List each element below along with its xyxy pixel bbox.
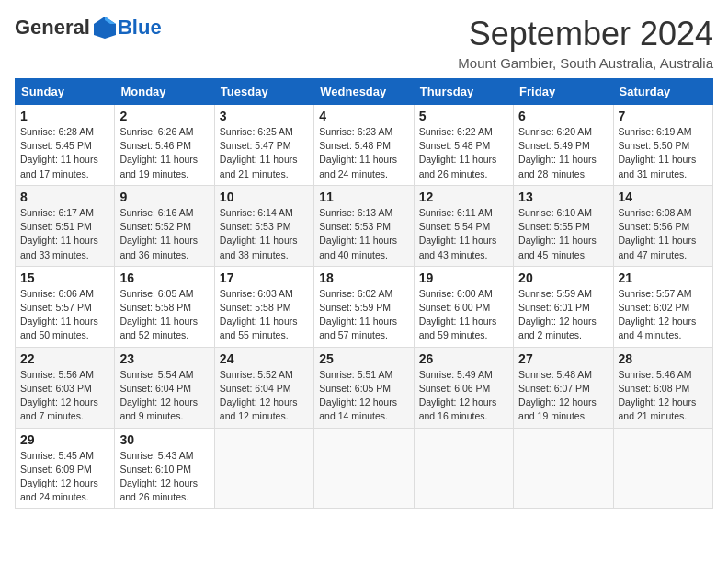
day-number: 16: [119, 270, 209, 285]
calendar-cell: [214, 428, 313, 509]
day-info: Sunrise: 6:13 AMSunset: 5:53 PMDaylight:…: [319, 206, 408, 262]
calendar-header: SundayMondayTuesdayWednesdayThursdayFrid…: [16, 79, 713, 105]
calendar-cell: 20Sunrise: 5:59 AMSunset: 6:01 PMDayligh…: [514, 266, 613, 347]
calendar-cell: 28Sunrise: 5:46 AMSunset: 6:08 PMDayligh…: [613, 347, 712, 428]
calendar-week-1: 1Sunrise: 6:28 AMSunset: 5:45 PMDaylight…: [16, 105, 713, 186]
day-info: Sunrise: 5:51 AMSunset: 6:05 PMDaylight:…: [319, 368, 408, 424]
day-info: Sunrise: 6:02 AMSunset: 5:59 PMDaylight:…: [319, 287, 408, 343]
day-number: 23: [119, 351, 209, 366]
day-number: 2: [119, 109, 209, 123]
day-number: 30: [119, 432, 209, 447]
day-info: Sunrise: 6:28 AMSunset: 5:45 PMDaylight:…: [20, 125, 109, 181]
calendar-cell: 13Sunrise: 6:10 AMSunset: 5:55 PMDayligh…: [514, 185, 613, 266]
calendar-cell: 9Sunrise: 6:16 AMSunset: 5:52 PMDaylight…: [115, 185, 214, 266]
calendar-cell: 16Sunrise: 6:05 AMSunset: 5:58 PMDayligh…: [115, 266, 214, 347]
calendar-cell: 7Sunrise: 6:19 AMSunset: 5:50 PMDaylight…: [613, 105, 712, 186]
day-info: Sunrise: 5:46 AMSunset: 6:08 PMDaylight:…: [619, 368, 708, 424]
day-number: 17: [220, 270, 309, 285]
day-info: Sunrise: 5:52 AMSunset: 6:04 PMDaylight:…: [220, 368, 309, 424]
day-number: 21: [619, 270, 708, 285]
calendar-week-5: 29Sunrise: 5:45 AMSunset: 6:09 PMDayligh…: [16, 428, 713, 509]
day-info: Sunrise: 6:06 AMSunset: 5:57 PMDaylight:…: [20, 287, 109, 343]
weekday-header-friday: Friday: [514, 79, 613, 105]
day-number: 6: [518, 109, 608, 123]
day-info: Sunrise: 6:00 AMSunset: 6:00 PMDaylight:…: [419, 287, 508, 343]
logo-general-text: General: [15, 16, 90, 40]
day-info: Sunrise: 6:11 AMSunset: 5:54 PMDaylight:…: [419, 206, 508, 262]
day-info: Sunrise: 5:45 AMSunset: 6:09 PMDaylight:…: [20, 449, 109, 505]
page-header: General Blue September 2024 Mount Gambie…: [15, 15, 713, 71]
day-number: 20: [518, 270, 608, 285]
logo-icon: [92, 15, 118, 40]
day-info: Sunrise: 5:56 AMSunset: 6:03 PMDaylight:…: [20, 368, 109, 424]
day-number: 19: [419, 270, 508, 285]
calendar-body: 1Sunrise: 6:28 AMSunset: 5:45 PMDaylight…: [16, 105, 713, 509]
calendar-cell: 1Sunrise: 6:28 AMSunset: 5:45 PMDaylight…: [16, 105, 115, 186]
day-number: 11: [319, 190, 408, 204]
day-info: Sunrise: 6:23 AMSunset: 5:48 PMDaylight:…: [319, 125, 408, 181]
day-number: 13: [518, 190, 608, 204]
calendar-table: SundayMondayTuesdayWednesdayThursdayFrid…: [15, 78, 713, 509]
day-number: 1: [20, 109, 109, 123]
day-info: Sunrise: 6:08 AMSunset: 5:56 PMDaylight:…: [619, 206, 708, 262]
day-info: Sunrise: 6:22 AMSunset: 5:48 PMDaylight:…: [419, 125, 508, 181]
day-number: 22: [20, 351, 109, 366]
calendar-cell: 15Sunrise: 6:06 AMSunset: 5:57 PMDayligh…: [16, 266, 115, 347]
day-number: 29: [20, 432, 109, 447]
day-info: Sunrise: 6:16 AMSunset: 5:52 PMDaylight:…: [119, 206, 209, 262]
month-title: September 2024: [458, 15, 713, 53]
day-info: Sunrise: 6:05 AMSunset: 5:58 PMDaylight:…: [119, 287, 209, 343]
weekday-header-row: SundayMondayTuesdayWednesdayThursdayFrid…: [16, 79, 713, 105]
day-info: Sunrise: 6:14 AMSunset: 5:53 PMDaylight:…: [220, 206, 309, 262]
calendar-cell: 11Sunrise: 6:13 AMSunset: 5:53 PMDayligh…: [314, 185, 414, 266]
calendar-cell: 23Sunrise: 5:54 AMSunset: 6:04 PMDayligh…: [115, 347, 214, 428]
day-info: Sunrise: 6:03 AMSunset: 5:58 PMDaylight:…: [220, 287, 309, 343]
calendar-cell: 24Sunrise: 5:52 AMSunset: 6:04 PMDayligh…: [214, 347, 313, 428]
day-info: Sunrise: 6:26 AMSunset: 5:46 PMDaylight:…: [119, 125, 209, 181]
calendar-week-3: 15Sunrise: 6:06 AMSunset: 5:57 PMDayligh…: [16, 266, 713, 347]
day-number: 12: [419, 190, 508, 204]
day-info: Sunrise: 5:57 AMSunset: 6:02 PMDaylight:…: [619, 287, 708, 343]
day-info: Sunrise: 5:43 AMSunset: 6:10 PMDaylight:…: [119, 449, 209, 505]
calendar-cell: 14Sunrise: 6:08 AMSunset: 5:56 PMDayligh…: [613, 185, 712, 266]
calendar-cell: 10Sunrise: 6:14 AMSunset: 5:53 PMDayligh…: [214, 185, 313, 266]
day-number: 7: [619, 109, 708, 123]
day-number: 15: [20, 270, 109, 285]
day-info: Sunrise: 5:49 AMSunset: 6:06 PMDaylight:…: [419, 368, 508, 424]
day-number: 14: [619, 190, 708, 204]
calendar-cell: 22Sunrise: 5:56 AMSunset: 6:03 PMDayligh…: [16, 347, 115, 428]
calendar-cell: 17Sunrise: 6:03 AMSunset: 5:58 PMDayligh…: [214, 266, 313, 347]
day-number: 18: [319, 270, 408, 285]
logo: General Blue: [15, 15, 162, 40]
calendar-cell: [613, 428, 712, 509]
day-number: 26: [419, 351, 508, 366]
day-number: 3: [220, 109, 309, 123]
day-number: 10: [220, 190, 309, 204]
calendar-cell: [414, 428, 513, 509]
title-section: September 2024 Mount Gambier, South Aust…: [458, 15, 713, 71]
calendar-cell: [514, 428, 613, 509]
calendar-cell: 8Sunrise: 6:17 AMSunset: 5:51 PMDaylight…: [16, 185, 115, 266]
calendar-cell: 5Sunrise: 6:22 AMSunset: 5:48 PMDaylight…: [414, 105, 513, 186]
calendar-cell: [314, 428, 414, 509]
calendar-cell: 27Sunrise: 5:48 AMSunset: 6:07 PMDayligh…: [514, 347, 613, 428]
calendar-cell: 19Sunrise: 6:00 AMSunset: 6:00 PMDayligh…: [414, 266, 513, 347]
weekday-header-sunday: Sunday: [16, 79, 115, 105]
day-number: 8: [20, 190, 109, 204]
calendar-cell: 3Sunrise: 6:25 AMSunset: 5:47 PMDaylight…: [214, 105, 313, 186]
day-info: Sunrise: 5:54 AMSunset: 6:04 PMDaylight:…: [119, 368, 209, 424]
calendar-cell: 2Sunrise: 6:26 AMSunset: 5:46 PMDaylight…: [115, 105, 214, 186]
logo-blue-text: Blue: [118, 16, 162, 40]
day-number: 27: [518, 351, 608, 366]
calendar-cell: 30Sunrise: 5:43 AMSunset: 6:10 PMDayligh…: [115, 428, 214, 509]
day-number: 5: [419, 109, 508, 123]
calendar-cell: 6Sunrise: 6:20 AMSunset: 5:49 PMDaylight…: [514, 105, 613, 186]
calendar-cell: 26Sunrise: 5:49 AMSunset: 6:06 PMDayligh…: [414, 347, 513, 428]
calendar-cell: 29Sunrise: 5:45 AMSunset: 6:09 PMDayligh…: [16, 428, 115, 509]
calendar-week-2: 8Sunrise: 6:17 AMSunset: 5:51 PMDaylight…: [16, 185, 713, 266]
day-number: 9: [119, 190, 209, 204]
day-info: Sunrise: 6:10 AMSunset: 5:55 PMDaylight:…: [518, 206, 608, 262]
calendar-cell: 21Sunrise: 5:57 AMSunset: 6:02 PMDayligh…: [613, 266, 712, 347]
day-info: Sunrise: 6:17 AMSunset: 5:51 PMDaylight:…: [20, 206, 109, 262]
day-info: Sunrise: 6:20 AMSunset: 5:49 PMDaylight:…: [518, 125, 608, 181]
